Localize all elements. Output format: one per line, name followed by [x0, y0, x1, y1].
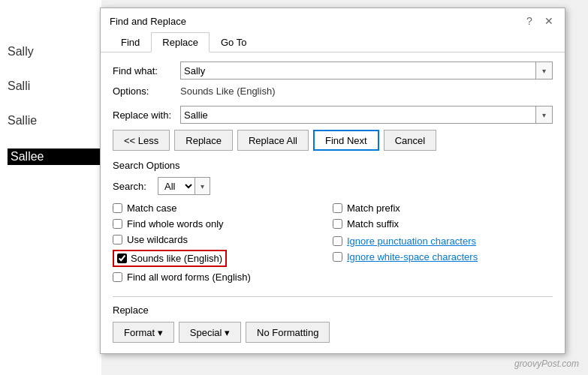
dialog-body: Find what: ▾ Options: Sounds Like (Engli…: [101, 52, 565, 353]
checkboxes-area: Match case Find whole words only Use wil…: [113, 202, 553, 287]
replace-section-label: Replace: [113, 304, 553, 316]
options-row: Options: Sounds Like (English): [113, 86, 553, 97]
replace-button[interactable]: Replace: [174, 130, 233, 151]
replace-with-row: Replace with: ▾: [113, 106, 553, 124]
replace-format-buttons: Format ▾ Special ▾ No Formatting: [113, 322, 553, 343]
options-value: Sounds Like (English): [180, 86, 275, 97]
wildcards-row: Use wildcards: [113, 234, 333, 245]
tab-find[interactable]: Find: [110, 32, 151, 52]
document-background: Sally Salli Sallie Sallee: [0, 0, 101, 375]
replace-with-label: Replace with:: [113, 110, 180, 121]
wildcards-checkbox[interactable]: [113, 235, 122, 244]
ignore-punct-checkbox[interactable]: [333, 236, 342, 246]
dialog-titlebar: Find and Replace ? ✕: [101, 8, 565, 32]
sounds-like-highlighted: Sounds like (English): [113, 250, 227, 267]
find-what-label: Find what:: [113, 65, 180, 76]
help-button[interactable]: ?: [523, 14, 536, 28]
all-word-forms-checkbox[interactable]: [113, 272, 122, 282]
search-select[interactable]: All Up Down: [158, 178, 194, 194]
search-select-arrow: ▾: [194, 178, 210, 194]
section-divider: [113, 296, 553, 297]
whole-words-row: Find whole words only: [113, 218, 333, 230]
no-formatting-button[interactable]: No Formatting: [246, 322, 330, 343]
find-what-input[interactable]: [181, 62, 535, 79]
sounds-like-checkbox[interactable]: [117, 254, 127, 263]
ignore-punct-label[interactable]: Ignore punctuation characters: [347, 236, 476, 247]
doc-word-sally: Sally: [8, 45, 101, 58]
checkboxes-left: Match case Find whole words only Use wil…: [113, 202, 333, 287]
special-button[interactable]: Special ▾: [179, 322, 241, 343]
all-word-forms-row: Find all word forms (English): [113, 272, 333, 283]
ignore-space-row: Ignore white-space characters: [333, 251, 553, 262]
ignore-space-checkbox[interactable]: [333, 252, 342, 262]
search-field-label: Search:: [113, 181, 158, 192]
match-suffix-label: Match suffix: [347, 218, 399, 230]
tabs-bar: Find Replace Go To: [101, 32, 565, 52]
less-button[interactable]: << Less: [113, 130, 170, 151]
dialog-title: Find and Replace: [110, 16, 186, 27]
replace-section: Replace Format ▾ Special ▾ No Formatting: [113, 304, 553, 343]
replace-with-dropdown-arrow[interactable]: ▾: [535, 106, 552, 123]
wildcards-label: Use wildcards: [127, 234, 188, 245]
tab-replace[interactable]: Replace: [151, 32, 210, 52]
search-row: Search: All Up Down ▾: [113, 177, 553, 195]
doc-word-sallie: Sallie: [8, 114, 101, 128]
match-suffix-checkbox[interactable]: [333, 219, 342, 229]
match-suffix-row: Match suffix: [333, 218, 553, 230]
find-next-button[interactable]: Find Next: [313, 130, 379, 151]
search-select-wrapper: All Up Down ▾: [158, 177, 210, 195]
sounds-like-row: Sounds like (English): [113, 250, 333, 267]
whole-words-checkbox[interactable]: [113, 219, 122, 229]
checkboxes-right: Match prefix Match suffix Ignore punctua…: [333, 202, 553, 287]
action-buttons-row: << Less Replace Replace All Find Next Ca…: [113, 130, 553, 151]
replace-with-input[interactable]: [181, 106, 535, 123]
match-prefix-row: Match prefix: [333, 202, 553, 214]
match-case-label: Match case: [127, 202, 176, 214]
options-label: Options:: [113, 86, 180, 97]
match-case-row: Match case: [113, 202, 333, 214]
whole-words-label: Find whole words only: [127, 218, 224, 230]
ignore-space-label[interactable]: Ignore white-space characters: [347, 251, 478, 262]
find-replace-dialog: Find and Replace ? ✕ Find Replace Go To …: [100, 8, 565, 354]
close-button[interactable]: ✕: [542, 14, 556, 28]
match-prefix-label: Match prefix: [347, 202, 400, 214]
cancel-button[interactable]: Cancel: [384, 130, 436, 151]
watermark: groovyPost.com: [514, 358, 579, 369]
ignore-punct-row: Ignore punctuation characters: [333, 236, 553, 247]
find-what-row: Find what: ▾: [113, 62, 553, 80]
title-buttons: ? ✕: [523, 14, 556, 28]
find-what-dropdown-arrow[interactable]: ▾: [535, 62, 552, 79]
search-options-label: Search Options: [113, 160, 553, 171]
doc-word-salli: Salli: [8, 80, 101, 93]
match-prefix-checkbox[interactable]: [333, 203, 342, 213]
tab-goto[interactable]: Go To: [210, 32, 258, 52]
sounds-like-label: Sounds like (English): [131, 253, 222, 264]
replace-with-input-wrapper: ▾: [180, 106, 553, 124]
doc-word-sallee: Sallee: [8, 148, 101, 165]
match-case-checkbox[interactable]: [113, 203, 122, 213]
replace-all-button[interactable]: Replace All: [237, 130, 309, 151]
format-button[interactable]: Format ▾: [113, 322, 174, 343]
all-word-forms-label: Find all word forms (English): [127, 272, 251, 283]
find-what-input-wrapper: ▾: [180, 62, 553, 80]
